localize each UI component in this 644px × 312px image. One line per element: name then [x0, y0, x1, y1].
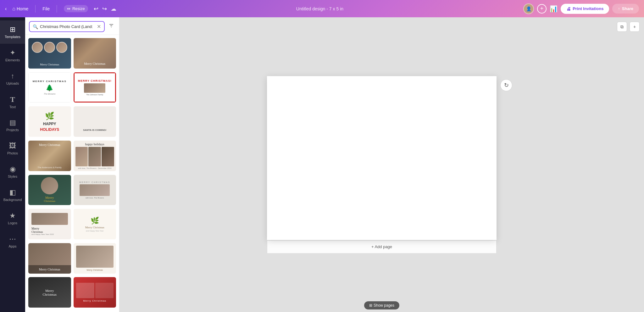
canvas-toolbar: ⧉ + — [617, 22, 640, 32]
add-page-label: + Add page — [371, 244, 392, 249]
styles-icon: ◉ — [10, 165, 16, 173]
search-input[interactable] — [40, 24, 95, 29]
show-pages-label: Show pages — [374, 303, 394, 308]
print-invitations-label: Print Invitations — [573, 6, 603, 11]
template-card-6-text: SANTA IS COMING! — [83, 129, 106, 131]
template-card-9-text: Merry — [45, 196, 54, 199]
canvas-wrapper: ↻ + Add page — [267, 76, 497, 254]
sidebar-item-uploads[interactable]: ↑ Uploads — [0, 67, 25, 90]
top-navbar: ‹ Home File ⇔ Resize ↩ ↪ ☁ Untitled desi… — [0, 0, 644, 17]
undo-redo-group: ↩ ↪ ☁ — [94, 5, 116, 12]
photos-icon: 🖼 — [9, 142, 16, 150]
template-card-15-text: Merry — [45, 289, 54, 292]
filter-button[interactable] — [107, 22, 115, 31]
search-bar: 🔍 ✕ — [25, 17, 119, 35]
design-canvas[interactable]: ↻ — [267, 76, 497, 240]
design-title: Untitled design - 7 x 5 in — [296, 6, 343, 11]
user-avatar[interactable]: 👤 — [523, 3, 534, 14]
template-card-12-text: Merry Christmas — [85, 226, 104, 229]
template-card-3-text: MERRY CHRISTMAS — [33, 80, 67, 83]
template-card-11-text: Merry — [31, 227, 39, 230]
template-card[interactable]: MERRY CHRISTMAS 🌲 The Browns — [28, 72, 71, 103]
logos-icon: ★ — [9, 212, 16, 220]
nav-divider-1 — [35, 5, 36, 13]
add-page-bar[interactable]: + Add page — [267, 240, 497, 254]
search-input-wrap[interactable]: 🔍 ✕ — [29, 21, 105, 32]
template-card[interactable]: MERRY CHRISTMAS with love, The Browns — [74, 175, 116, 205]
uploads-icon: ↑ — [11, 72, 14, 80]
save-cloud-icon: ☁ — [111, 5, 116, 12]
file-button[interactable]: File — [42, 6, 50, 11]
template-card[interactable]: Merry Christmas — [74, 38, 116, 69]
template-card-16-text: Merry Christmas — [83, 299, 106, 302]
print-invitations-button[interactable]: 🖨 Print Invitations — [561, 4, 609, 14]
add-collaborator-button[interactable]: + — [537, 4, 547, 14]
templates-grid: Merry Christmas Merry Christmas MERRY CH… — [25, 35, 119, 312]
template-card[interactable]: Merry Christmas — [28, 243, 71, 274]
sidebar-item-apps-label: Apps — [8, 244, 16, 248]
resize-button[interactable]: ⇔ Resize — [64, 5, 88, 12]
template-card[interactable]: SANTA IS COMING! — [74, 106, 116, 137]
sidebar-item-styles-label: Styles — [8, 175, 17, 178]
undo-button[interactable]: ↩ — [94, 5, 98, 12]
template-card[interactable]: 🌿 Merry Christmas and Happy New Year — [74, 209, 116, 239]
sidebar-item-projects-label: Projects — [6, 128, 19, 132]
back-chevron-icon[interactable]: ‹ — [5, 6, 7, 12]
print-icon: 🖨 — [566, 6, 571, 11]
sidebar-item-text[interactable]: T Text — [0, 90, 25, 114]
analytics-button[interactable]: 📊 — [550, 5, 558, 13]
redo-button[interactable]: ↪ — [102, 5, 107, 12]
template-card-5-text: HAPPY — [43, 122, 56, 126]
show-pages-button[interactable]: ⊞ Show pages — [364, 301, 399, 309]
home-button[interactable]: Home — [12, 6, 28, 12]
template-card-10-text: MERRY CHRISTMAS — [79, 181, 110, 183]
share-button[interactable]: ↑ Share — [612, 4, 639, 14]
add-canvas-button[interactable]: + — [630, 22, 640, 32]
sidebar-item-logos-label: Logos — [8, 221, 17, 225]
search-icon: 🔍 — [33, 24, 38, 29]
template-card[interactable]: happy holidays with love, The Browns · D… — [74, 141, 116, 171]
share-icon: ↑ — [618, 6, 620, 11]
sidebar-item-styles[interactable]: ◉ Styles — [0, 160, 25, 183]
sidebar-item-text-label: Text — [9, 105, 16, 109]
sidebar-item-templates[interactable]: ⊞ Templates — [0, 20, 25, 44]
template-card-13-text: Merry Christmas — [39, 268, 60, 271]
template-card-14-text: Merry Christmas — [87, 269, 103, 271]
template-card[interactable]: Merry Christmas — [28, 277, 71, 308]
hide-panel-button[interactable]: ‹ — [119, 159, 119, 171]
left-sidebar: ⊞ Templates ✦ Elements ↑ Uploads T Text … — [0, 17, 25, 312]
template-card[interactable]: Merry Christmas The Andersons & Family — [28, 141, 71, 171]
resize-icon: ⇔ — [67, 6, 70, 11]
projects-icon: ▤ — [9, 119, 16, 127]
refresh-button[interactable]: ↻ — [500, 79, 512, 91]
templates-panel: 🔍 ✕ Merry Christmas — [25, 17, 119, 312]
text-icon: T — [10, 95, 15, 104]
template-card[interactable]: MERRY CHRISTMAS! The Johnson Family — [74, 72, 116, 103]
template-card[interactable]: Merry Christmas and Happy New Year 2022 — [28, 209, 71, 239]
clear-search-button[interactable]: ✕ — [97, 24, 101, 30]
nav-center: Untitled design - 7 x 5 in — [116, 6, 523, 11]
canvas-area: ⧉ + ↻ + Add page ⊞ Show pages — [119, 17, 644, 312]
sidebar-item-elements[interactable]: ✦ Elements — [0, 44, 25, 67]
template-card-2-text: Merry Christmas — [84, 62, 105, 65]
sidebar-item-photos[interactable]: 🖼 Photos — [0, 137, 25, 160]
template-card[interactable]: Merry Christmas — [28, 175, 71, 205]
apps-icon: ⋯ — [9, 235, 16, 243]
sidebar-item-uploads-label: Uploads — [6, 81, 19, 85]
sidebar-item-photos-label: Photos — [7, 151, 18, 155]
sidebar-item-background[interactable]: ◧ Background — [0, 183, 25, 207]
background-icon: ◧ — [9, 188, 16, 197]
sidebar-item-background-label: Background — [3, 198, 22, 202]
sidebar-item-apps[interactable]: ⋯ Apps — [0, 230, 25, 253]
sidebar-item-templates-label: Templates — [5, 35, 20, 39]
template-card[interactable]: Merry Christmas — [28, 38, 71, 69]
sidebar-item-projects[interactable]: ▤ Projects — [0, 114, 25, 137]
sidebar-item-logos[interactable]: ★ Logos — [0, 207, 25, 230]
resize-label: Resize — [72, 6, 85, 11]
sidebar-item-elements-label: Elements — [5, 58, 20, 62]
template-card[interactable]: 🌿 HAPPY HOLIDAYS — [28, 106, 71, 137]
duplicate-canvas-button[interactable]: ⧉ — [617, 22, 627, 32]
template-card[interactable]: Merry Christmas — [74, 243, 116, 274]
template-card[interactable]: Merry Christmas — [74, 277, 116, 308]
template-card-7-text: Merry Christmas — [31, 143, 69, 147]
